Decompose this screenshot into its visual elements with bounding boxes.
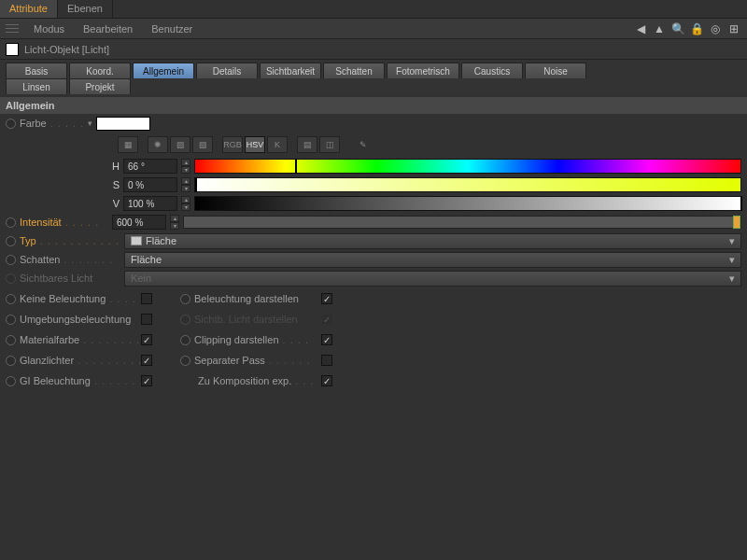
color-tool-rgb[interactable]: RGB — [222, 136, 243, 153]
param-toggle-show-clip[interactable] — [180, 335, 190, 345]
search-icon[interactable]: 🔍 — [670, 21, 685, 36]
label-typ: Typ . . . . . . . . . . . — [20, 235, 120, 246]
nav-up-icon[interactable]: ▲ — [652, 21, 667, 36]
eyedropper-icon[interactable]: ✎ — [353, 136, 374, 153]
input-v[interactable]: 100 % — [123, 196, 177, 211]
menu-mode[interactable]: Modus — [26, 21, 72, 36]
color-swatch[interactable] — [96, 117, 150, 131]
param-toggle-ambient[interactable] — [6, 315, 16, 325]
tab-projekt[interactable]: Projekt — [69, 78, 131, 94]
label-to-comp: Zu Komposition exp. . . . — [194, 375, 317, 386]
label-material: Materialfarbe . . . . . . . . — [20, 334, 137, 345]
tab-schatten[interactable]: Schatten — [323, 63, 385, 78]
label-s: S — [108, 179, 120, 190]
spinner-v[interactable]: ▴▾ — [181, 196, 190, 211]
label-ambient: Umgebungsbeleuchtung — [20, 314, 137, 325]
spinner-s[interactable]: ▴▾ — [181, 177, 190, 192]
checkbox-gi[interactable] — [141, 375, 152, 386]
param-toggle-schatten[interactable] — [6, 255, 16, 265]
color-tool-wheel[interactable]: ✺ — [148, 136, 168, 153]
hue-marker[interactable] — [295, 159, 297, 174]
expand-farbe-icon[interactable]: ▾ — [88, 119, 92, 128]
input-s[interactable]: 0 % — [123, 177, 177, 192]
sat-marker[interactable] — [195, 177, 197, 192]
color-tool-image[interactable]: ▧ — [192, 136, 213, 153]
param-toggle-gi[interactable] — [6, 376, 16, 386]
dropdown-sichtbares-licht: Kein ▾ — [124, 271, 741, 287]
input-intensitaet[interactable]: 600 % — [112, 215, 166, 230]
slider-hue[interactable] — [194, 159, 741, 174]
param-toggle-material[interactable] — [6, 335, 16, 345]
label-schatten: Schatten . . . . . . . — [20, 254, 120, 265]
section-allgemein: Allgemein — [0, 97, 747, 114]
tab-details[interactable]: Details — [196, 63, 258, 78]
label-gi: GI Beleuchtung . . . . . . . — [20, 375, 137, 386]
label-show-illum: Beleuchtung darstellen — [194, 293, 317, 304]
grip-icon — [6, 23, 19, 35]
param-toggle-intensitaet[interactable] — [6, 217, 16, 228]
checkbox-show-clip[interactable] — [321, 334, 332, 345]
checkbox-show-illum[interactable] — [321, 293, 332, 304]
label-specular: Glanzlichter . . . . . . . . . — [20, 355, 137, 366]
param-toggle-show-vis — [180, 315, 190, 325]
slider-val[interactable] — [194, 196, 741, 211]
color-tool-k[interactable]: K — [267, 136, 288, 153]
color-tool-hsv[interactable]: HSV — [245, 136, 265, 153]
label-show-vis: Sichtb. Licht darstellen — [194, 314, 317, 325]
checkbox-material[interactable] — [141, 334, 152, 345]
area-light-icon — [131, 236, 142, 245]
target-icon[interactable]: ◎ — [708, 21, 723, 36]
color-tool-swatches[interactable]: ◫ — [319, 136, 340, 153]
new-panel-icon[interactable]: ⊞ — [726, 21, 741, 36]
spinner-intensitaet[interactable]: ▴▾ — [170, 215, 179, 230]
slider-intensitaet[interactable] — [183, 216, 741, 229]
chevron-down-icon: ▾ — [729, 254, 735, 266]
checkbox-no-light[interactable] — [141, 293, 152, 304]
tab-fotometrisch[interactable]: Fotometrisch — [387, 63, 459, 78]
slider-sat[interactable] — [194, 177, 741, 192]
val-marker[interactable] — [740, 196, 742, 211]
object-swatch — [6, 43, 19, 56]
tab-noise[interactable]: Noise — [525, 63, 586, 78]
checkbox-show-vis — [321, 314, 332, 325]
tab-attribute[interactable]: Attribute — [0, 0, 58, 18]
tab-koord[interactable]: Koord. — [69, 63, 131, 78]
label-v: V — [108, 198, 120, 209]
input-h[interactable]: 66 ° — [123, 159, 177, 174]
param-toggle-sichtbares-licht — [6, 273, 16, 284]
color-tool-spectrum[interactable]: ▨ — [170, 136, 190, 153]
param-toggle-farbe[interactable] — [6, 119, 16, 129]
param-toggle-specular[interactable] — [6, 356, 16, 366]
nav-back-icon[interactable]: ◀ — [633, 21, 648, 36]
param-toggle-no-light[interactable] — [6, 294, 16, 304]
menu-user[interactable]: Benutzer — [144, 21, 200, 36]
color-tool-swatch[interactable]: ▦ — [118, 136, 138, 153]
checkbox-specular[interactable] — [141, 355, 152, 366]
object-name: Licht-Objekt [Licht] — [24, 44, 109, 55]
dropdown-typ[interactable]: Fläche ▾ — [124, 233, 741, 249]
label-show-clip: Clipping darstellen . . . . — [194, 334, 317, 345]
color-tool-mixer[interactable]: ▤ — [297, 136, 317, 153]
menu-edit[interactable]: Bearbeiten — [76, 21, 140, 36]
tab-allgemein[interactable]: Allgemein — [133, 63, 194, 78]
intensitaet-knob[interactable] — [733, 216, 740, 229]
tab-layers[interactable]: Ebenen — [58, 0, 113, 18]
chevron-down-icon: ▾ — [729, 273, 735, 285]
dropdown-schatten[interactable]: Fläche ▾ — [124, 252, 741, 268]
lock-icon[interactable]: 🔒 — [689, 21, 704, 36]
checkbox-sep-pass[interactable] — [321, 355, 332, 366]
tab-caustics[interactable]: Caustics — [461, 63, 523, 78]
tab-linsen[interactable]: Linsen — [6, 78, 67, 94]
label-sep-pass: Separater Pass . . . . . . — [194, 355, 317, 366]
param-toggle-show-illum[interactable] — [180, 294, 190, 304]
param-toggle-typ[interactable] — [6, 236, 16, 246]
tab-basis[interactable]: Basis — [6, 63, 67, 78]
param-toggle-sep-pass[interactable] — [180, 356, 190, 366]
checkbox-to-comp[interactable] — [321, 375, 332, 386]
checkbox-ambient[interactable] — [141, 314, 152, 325]
chevron-down-icon: ▾ — [729, 235, 735, 247]
label-no-light: Keine Beleuchtung . . . . — [20, 293, 137, 304]
label-h: H — [108, 161, 120, 172]
spinner-h[interactable]: ▴▾ — [181, 159, 190, 174]
tab-sichtbarkeit[interactable]: Sichtbarkeit — [260, 63, 321, 78]
